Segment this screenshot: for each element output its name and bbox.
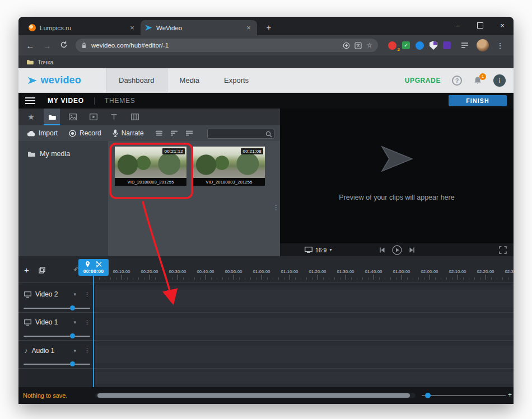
project-title[interactable]: MY VIDEO <box>48 97 84 105</box>
clip-thumbnail[interactable]: 00:21:12 <box>115 147 186 178</box>
my-media-folder-icon[interactable] <box>44 109 60 125</box>
editor-content: ★ <box>18 109 514 256</box>
stock-videos-icon[interactable] <box>85 109 101 125</box>
text-tool-icon[interactable] <box>106 109 122 125</box>
extension-icon-blue[interactable] <box>416 41 424 50</box>
window-maximize-button[interactable] <box>469 17 491 34</box>
notifications-bell-icon[interactable]: 1 <box>473 76 482 85</box>
extension-icon-purple[interactable] <box>443 41 451 49</box>
add-track-button[interactable]: + <box>24 265 29 275</box>
extension-icon-green-check[interactable]: ✓ <box>402 41 410 49</box>
favorites-star-icon[interactable]: ★ <box>23 109 39 125</box>
copy-clip-icon[interactable] <box>39 267 45 274</box>
notification-badge: 1 <box>479 73 486 80</box>
timeline-statusbar: Nothing to save. + <box>18 387 514 404</box>
track-menu-icon[interactable]: ⋮ <box>84 319 90 326</box>
narrate-button[interactable]: Narrate <box>113 129 144 137</box>
reload-button[interactable] <box>57 41 71 50</box>
extension-icon-shield[interactable] <box>430 41 437 50</box>
profile-avatar[interactable] <box>477 39 489 51</box>
wevideo-logo[interactable]: wevideo <box>18 68 90 92</box>
back-button[interactable]: ← <box>23 41 38 50</box>
new-tab-button[interactable]: + <box>262 20 276 34</box>
menu-hamburger-icon[interactable] <box>25 97 35 104</box>
layouts-icon[interactable] <box>127 109 143 125</box>
media-search-input[interactable] <box>207 129 274 139</box>
track-collapse-caret[interactable]: ▾ <box>73 319 76 325</box>
timeline-ruler[interactable] <box>94 275 514 280</box>
next-frame-button[interactable] <box>409 247 416 253</box>
wevideo-logo-icon <box>27 76 38 85</box>
bookmark-item[interactable]: Точка <box>38 59 54 65</box>
import-button[interactable]: Import <box>26 129 58 137</box>
aspect-ratio-selector[interactable]: 16:9 ▾ <box>305 247 332 253</box>
search-icon[interactable] <box>265 130 272 140</box>
account-avatar[interactable]: i <box>493 74 506 87</box>
address-bar[interactable]: wevideo.com/hub#editor/-1 ☆ <box>76 39 378 52</box>
transport-controls <box>379 245 416 255</box>
volume-knob[interactable] <box>70 333 75 338</box>
volume-knob[interactable] <box>70 305 75 310</box>
help-icon[interactable]: ? <box>452 76 462 86</box>
previous-frame-button[interactable] <box>379 247 385 253</box>
folder-label: My media <box>40 150 70 158</box>
track-lane-empty[interactable] <box>95 369 514 387</box>
forward-button[interactable]: → <box>40 41 54 50</box>
timeline-scrollbar[interactable] <box>95 393 416 398</box>
tab-close-icon[interactable]: × <box>128 23 136 32</box>
track-label: Video 2 <box>35 290 58 298</box>
zoom-knob[interactable] <box>425 393 431 398</box>
scrollbar-thumb[interactable] <box>97 393 410 398</box>
extension-icon-red[interactable]: 2 <box>388 41 396 50</box>
track-collapse-caret[interactable]: ▾ <box>73 348 76 354</box>
playhead-marker[interactable]: 00:00:00 <box>78 259 109 276</box>
track-menu-icon[interactable]: ⋮ <box>84 347 90 354</box>
bookmark-folder-icon <box>26 59 34 65</box>
zoom-slider[interactable] <box>422 395 506 396</box>
screenshot-stage: Lumpics.ru × WeVideo × + – × ← → <box>0 0 532 419</box>
record-button[interactable]: Record <box>69 129 101 137</box>
list-view-icon[interactable] <box>155 130 163 136</box>
upgrade-link[interactable]: UPGRADE <box>405 77 441 84</box>
browser-tab-wevideo[interactable]: WeVideo × <box>141 20 257 35</box>
tab-close-icon[interactable]: × <box>245 23 253 32</box>
clip-thumbnail[interactable]: 00:21:08 <box>193 147 265 178</box>
themes-link[interactable]: THEMES <box>105 97 136 105</box>
preview-play-placeholder-icon <box>381 145 413 175</box>
media-clip-1[interactable]: 00:21:12 VID_20180803_201255 <box>115 147 186 186</box>
track-menu-icon[interactable]: ⋮ <box>84 291 90 298</box>
sort-icon[interactable] <box>185 130 193 136</box>
volume-knob[interactable] <box>70 361 75 366</box>
track-lane-video2[interactable] <box>95 285 514 312</box>
filter-icon[interactable] <box>170 130 178 136</box>
nav-item-media[interactable]: Media <box>167 68 212 92</box>
browser-menu-icon[interactable]: ⋮ <box>496 41 505 50</box>
panel-resize-handle[interactable]: ⋮ <box>273 204 279 211</box>
media-clip-2[interactable]: 00:21:08 VID_20180803_201255 <box>193 147 265 186</box>
stock-images-icon[interactable] <box>64 109 81 125</box>
translate-icon[interactable] <box>354 42 362 49</box>
bookmark-star-icon[interactable]: ☆ <box>366 41 372 49</box>
track-volume-slider[interactable] <box>24 305 90 310</box>
media-tabs: ★ <box>18 109 280 125</box>
track-volume-slider[interactable] <box>24 361 90 366</box>
reading-list-icon[interactable] <box>461 42 469 49</box>
fullscreen-button[interactable] <box>499 246 507 254</box>
url-text[interactable]: wevideo.com/hub#editor/-1 <box>91 42 338 49</box>
play-button[interactable] <box>392 245 402 255</box>
track-collapse-caret[interactable]: ▾ <box>73 291 76 297</box>
window-minimize-button[interactable]: – <box>446 17 469 34</box>
track-lane-video1[interactable] <box>95 313 514 340</box>
nav-item-exports[interactable]: Exports <box>212 68 261 92</box>
folder-item-my-media[interactable]: My media <box>18 148 108 160</box>
track-lane-audio1[interactable] <box>95 341 514 368</box>
track-volume-slider[interactable] <box>24 333 90 338</box>
playhead-line[interactable] <box>93 276 94 387</box>
window-close-button[interactable]: × <box>491 17 514 34</box>
zoom-in-button[interactable]: + <box>508 391 512 399</box>
page-action-icon[interactable] <box>343 42 350 49</box>
finish-button[interactable]: FINISH <box>449 95 507 106</box>
browser-tab-lumpics[interactable]: Lumpics.ru × <box>24 20 141 35</box>
scissors-split-icon[interactable] <box>96 261 102 267</box>
nav-item-dashboard[interactable]: Dashboard <box>106 68 167 92</box>
